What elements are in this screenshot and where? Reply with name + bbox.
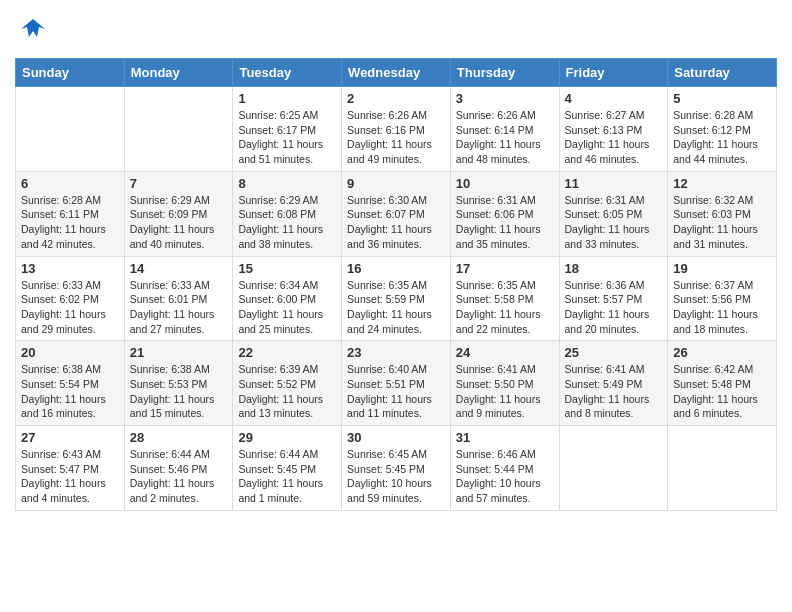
cell-content: Sunrise: 6:26 AMSunset: 6:14 PMDaylight:…	[456, 108, 554, 167]
day-number: 17	[456, 261, 554, 276]
logo	[15, 15, 47, 48]
cell-content: Sunrise: 6:26 AMSunset: 6:16 PMDaylight:…	[347, 108, 445, 167]
calendar-header-tuesday: Tuesday	[233, 59, 342, 87]
calendar-cell	[16, 87, 125, 172]
calendar-cell: 11Sunrise: 6:31 AMSunset: 6:05 PMDayligh…	[559, 171, 668, 256]
day-number: 12	[673, 176, 771, 191]
cell-content: Sunrise: 6:35 AMSunset: 5:59 PMDaylight:…	[347, 278, 445, 337]
day-number: 10	[456, 176, 554, 191]
calendar-cell: 9Sunrise: 6:30 AMSunset: 6:07 PMDaylight…	[342, 171, 451, 256]
calendar-cell: 15Sunrise: 6:34 AMSunset: 6:00 PMDayligh…	[233, 256, 342, 341]
day-number: 11	[565, 176, 663, 191]
cell-content: Sunrise: 6:27 AMSunset: 6:13 PMDaylight:…	[565, 108, 663, 167]
cell-content: Sunrise: 6:41 AMSunset: 5:50 PMDaylight:…	[456, 362, 554, 421]
calendar-cell: 20Sunrise: 6:38 AMSunset: 5:54 PMDayligh…	[16, 341, 125, 426]
day-number: 3	[456, 91, 554, 106]
cell-content: Sunrise: 6:31 AMSunset: 6:05 PMDaylight:…	[565, 193, 663, 252]
day-number: 24	[456, 345, 554, 360]
day-number: 21	[130, 345, 228, 360]
svg-marker-0	[21, 19, 45, 37]
calendar-cell: 30Sunrise: 6:45 AMSunset: 5:45 PMDayligh…	[342, 426, 451, 511]
calendar-cell: 6Sunrise: 6:28 AMSunset: 6:11 PMDaylight…	[16, 171, 125, 256]
day-number: 1	[238, 91, 336, 106]
day-number: 5	[673, 91, 771, 106]
cell-content: Sunrise: 6:34 AMSunset: 6:00 PMDaylight:…	[238, 278, 336, 337]
cell-content: Sunrise: 6:29 AMSunset: 6:09 PMDaylight:…	[130, 193, 228, 252]
cell-content: Sunrise: 6:35 AMSunset: 5:58 PMDaylight:…	[456, 278, 554, 337]
calendar-week-row: 27Sunrise: 6:43 AMSunset: 5:47 PMDayligh…	[16, 426, 777, 511]
calendar-cell: 19Sunrise: 6:37 AMSunset: 5:56 PMDayligh…	[668, 256, 777, 341]
day-number: 8	[238, 176, 336, 191]
cell-content: Sunrise: 6:30 AMSunset: 6:07 PMDaylight:…	[347, 193, 445, 252]
calendar-cell: 1Sunrise: 6:25 AMSunset: 6:17 PMDaylight…	[233, 87, 342, 172]
calendar-header-sunday: Sunday	[16, 59, 125, 87]
calendar-week-row: 13Sunrise: 6:33 AMSunset: 6:02 PMDayligh…	[16, 256, 777, 341]
day-number: 30	[347, 430, 445, 445]
cell-content: Sunrise: 6:44 AMSunset: 5:46 PMDaylight:…	[130, 447, 228, 506]
cell-content: Sunrise: 6:28 AMSunset: 6:11 PMDaylight:…	[21, 193, 119, 252]
cell-content: Sunrise: 6:25 AMSunset: 6:17 PMDaylight:…	[238, 108, 336, 167]
day-number: 29	[238, 430, 336, 445]
calendar-cell: 12Sunrise: 6:32 AMSunset: 6:03 PMDayligh…	[668, 171, 777, 256]
calendar-cell	[124, 87, 233, 172]
calendar-cell: 14Sunrise: 6:33 AMSunset: 6:01 PMDayligh…	[124, 256, 233, 341]
day-number: 19	[673, 261, 771, 276]
calendar-header-thursday: Thursday	[450, 59, 559, 87]
cell-content: Sunrise: 6:43 AMSunset: 5:47 PMDaylight:…	[21, 447, 119, 506]
calendar-cell: 8Sunrise: 6:29 AMSunset: 6:08 PMDaylight…	[233, 171, 342, 256]
cell-content: Sunrise: 6:46 AMSunset: 5:44 PMDaylight:…	[456, 447, 554, 506]
calendar-cell: 18Sunrise: 6:36 AMSunset: 5:57 PMDayligh…	[559, 256, 668, 341]
cell-content: Sunrise: 6:37 AMSunset: 5:56 PMDaylight:…	[673, 278, 771, 337]
calendar-cell: 17Sunrise: 6:35 AMSunset: 5:58 PMDayligh…	[450, 256, 559, 341]
cell-content: Sunrise: 6:40 AMSunset: 5:51 PMDaylight:…	[347, 362, 445, 421]
calendar-cell: 5Sunrise: 6:28 AMSunset: 6:12 PMDaylight…	[668, 87, 777, 172]
cell-content: Sunrise: 6:44 AMSunset: 5:45 PMDaylight:…	[238, 447, 336, 506]
day-number: 31	[456, 430, 554, 445]
calendar-table: SundayMondayTuesdayWednesdayThursdayFrid…	[15, 58, 777, 511]
calendar-cell	[559, 426, 668, 511]
cell-content: Sunrise: 6:29 AMSunset: 6:08 PMDaylight:…	[238, 193, 336, 252]
cell-content: Sunrise: 6:31 AMSunset: 6:06 PMDaylight:…	[456, 193, 554, 252]
calendar-cell: 22Sunrise: 6:39 AMSunset: 5:52 PMDayligh…	[233, 341, 342, 426]
calendar-header-monday: Monday	[124, 59, 233, 87]
calendar-header-row: SundayMondayTuesdayWednesdayThursdayFrid…	[16, 59, 777, 87]
day-number: 16	[347, 261, 445, 276]
cell-content: Sunrise: 6:39 AMSunset: 5:52 PMDaylight:…	[238, 362, 336, 421]
calendar-week-row: 6Sunrise: 6:28 AMSunset: 6:11 PMDaylight…	[16, 171, 777, 256]
day-number: 22	[238, 345, 336, 360]
calendar-header-friday: Friday	[559, 59, 668, 87]
cell-content: Sunrise: 6:42 AMSunset: 5:48 PMDaylight:…	[673, 362, 771, 421]
calendar-cell: 27Sunrise: 6:43 AMSunset: 5:47 PMDayligh…	[16, 426, 125, 511]
calendar-cell: 10Sunrise: 6:31 AMSunset: 6:06 PMDayligh…	[450, 171, 559, 256]
calendar-cell	[668, 426, 777, 511]
day-number: 2	[347, 91, 445, 106]
calendar-cell: 23Sunrise: 6:40 AMSunset: 5:51 PMDayligh…	[342, 341, 451, 426]
day-number: 23	[347, 345, 445, 360]
cell-content: Sunrise: 6:36 AMSunset: 5:57 PMDaylight:…	[565, 278, 663, 337]
cell-content: Sunrise: 6:28 AMSunset: 6:12 PMDaylight:…	[673, 108, 771, 167]
logo-text	[15, 15, 47, 48]
day-number: 27	[21, 430, 119, 445]
calendar-cell: 24Sunrise: 6:41 AMSunset: 5:50 PMDayligh…	[450, 341, 559, 426]
cell-content: Sunrise: 6:38 AMSunset: 5:54 PMDaylight:…	[21, 362, 119, 421]
calendar-cell: 31Sunrise: 6:46 AMSunset: 5:44 PMDayligh…	[450, 426, 559, 511]
calendar-cell: 13Sunrise: 6:33 AMSunset: 6:02 PMDayligh…	[16, 256, 125, 341]
calendar-cell: 3Sunrise: 6:26 AMSunset: 6:14 PMDaylight…	[450, 87, 559, 172]
day-number: 25	[565, 345, 663, 360]
day-number: 6	[21, 176, 119, 191]
day-number: 15	[238, 261, 336, 276]
main-container: SundayMondayTuesdayWednesdayThursdayFrid…	[0, 0, 792, 521]
day-number: 28	[130, 430, 228, 445]
day-number: 13	[21, 261, 119, 276]
day-number: 14	[130, 261, 228, 276]
calendar-cell: 25Sunrise: 6:41 AMSunset: 5:49 PMDayligh…	[559, 341, 668, 426]
calendar-cell: 28Sunrise: 6:44 AMSunset: 5:46 PMDayligh…	[124, 426, 233, 511]
calendar-cell: 4Sunrise: 6:27 AMSunset: 6:13 PMDaylight…	[559, 87, 668, 172]
day-number: 7	[130, 176, 228, 191]
cell-content: Sunrise: 6:38 AMSunset: 5:53 PMDaylight:…	[130, 362, 228, 421]
calendar-cell: 29Sunrise: 6:44 AMSunset: 5:45 PMDayligh…	[233, 426, 342, 511]
calendar-cell: 2Sunrise: 6:26 AMSunset: 6:16 PMDaylight…	[342, 87, 451, 172]
cell-content: Sunrise: 6:41 AMSunset: 5:49 PMDaylight:…	[565, 362, 663, 421]
calendar-week-row: 20Sunrise: 6:38 AMSunset: 5:54 PMDayligh…	[16, 341, 777, 426]
day-number: 18	[565, 261, 663, 276]
